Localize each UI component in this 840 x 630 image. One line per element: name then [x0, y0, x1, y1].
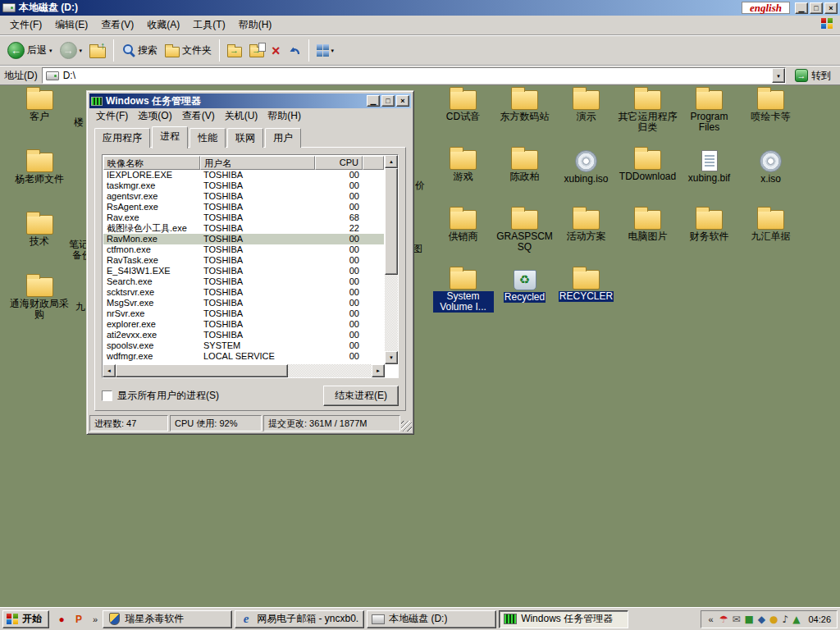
desktop-item[interactable]: Recycled — [494, 270, 555, 330]
desktop-item[interactable]: GRASPSCMSQ — [494, 210, 555, 270]
desktop-item[interactable]: 供销商 — [432, 210, 494, 270]
desktop-item[interactable]: 活动方案 — [555, 210, 617, 270]
taskmgr-tab[interactable]: 性能 — [189, 128, 226, 148]
resize-grip[interactable] — [401, 421, 412, 431]
scroll-right-button[interactable] — [372, 364, 385, 377]
taskmgr-menu-item[interactable]: 关机(U) — [220, 107, 263, 125]
column-header-user-name[interactable]: 用户名 — [200, 156, 315, 170]
desktop-item[interactable]: xubing.bif — [678, 150, 740, 210]
taskmgr-menu-item[interactable]: 帮助(H) — [262, 107, 306, 125]
taskmgr-tab[interactable]: 应用程序 — [94, 128, 150, 148]
show-all-processes-checkbox[interactable]: 显示所有用户的进程(S) — [102, 389, 219, 403]
desktop-item[interactable]: 喷绘卡等 — [740, 90, 801, 150]
desktop-item[interactable]: 东方数码站 — [494, 90, 555, 150]
desktop-item[interactable]: 游戏 — [432, 150, 494, 210]
process-row[interactable]: Search.exe TOSHIBA 00 — [103, 276, 384, 287]
tray-icon[interactable]: ☂ — [719, 613, 728, 626]
checkbox-box[interactable] — [102, 390, 112, 401]
process-row[interactable]: nrSvr.exe TOSHIBA 00 — [103, 308, 384, 319]
process-row[interactable]: spoolsv.exe SYSTEM 00 — [103, 340, 384, 351]
move-to-button[interactable] — [224, 38, 245, 63]
taskmgr-close-button[interactable]: × — [396, 95, 409, 107]
go-button[interactable]: 转到 — [790, 69, 836, 83]
back-button[interactable]: 后退 — [4, 38, 56, 63]
process-row[interactable]: RavMon.exe TOSHIBA 00 — [103, 234, 384, 244]
desktop-item[interactable]: xubing.iso — [555, 150, 617, 210]
process-row[interactable]: ati2evxx.exe TOSHIBA 00 — [103, 330, 384, 340]
process-row[interactable]: wdfmgr.exe LOCAL SERVICE 00 — [103, 351, 384, 362]
address-input[interactable]: D:\ — [42, 67, 786, 84]
taskmgr-menu-item[interactable]: 文件(F) — [91, 107, 133, 125]
menu-item[interactable]: 帮助(H) — [232, 16, 279, 34]
taskbar-task-button[interactable]: Windows 任务管理器 — [499, 610, 628, 628]
taskbar-task-button[interactable]: 网易电子邮箱 - yncxb0... — [235, 610, 364, 628]
process-row[interactable]: scktsrvr.exe TOSHIBA 00 — [103, 287, 384, 298]
quick-launch-icon[interactable]: P — [72, 613, 85, 626]
delete-button[interactable] — [268, 38, 284, 63]
copy-to-button[interactable] — [246, 38, 267, 63]
desktop-item[interactable]: Program Files — [678, 90, 740, 150]
process-row[interactable]: agentsvr.exe TOSHIBA 00 — [103, 191, 384, 202]
scroll-up-button[interactable] — [385, 155, 398, 168]
desktop-item[interactable]: 九汇单据 — [740, 210, 801, 270]
taskmgr-tab[interactable]: 用户 — [265, 128, 301, 148]
tray-icon[interactable]: ◆ — [758, 613, 765, 626]
desktop-item[interactable]: 其它运用程序归类 — [617, 90, 678, 150]
desktop-item[interactable]: 陈政柏 — [494, 150, 555, 210]
scroll-left-button[interactable] — [103, 364, 116, 377]
process-row[interactable]: RsAgent.exe TOSHIBA 00 — [103, 202, 384, 212]
tray-icon[interactable]: ■ — [745, 613, 754, 626]
process-row[interactable]: taskmgr.exe TOSHIBA 00 — [103, 180, 384, 191]
tray-icon[interactable]: ✉ — [732, 613, 740, 626]
forward-history-dropdown[interactable] — [80, 48, 83, 54]
desktop-item[interactable]: 技术 — [5, 215, 74, 277]
desktop-item[interactable]: 客户 — [5, 90, 74, 153]
process-row[interactable]: 截图绿色小工具.exe TOSHIBA 22 — [103, 223, 384, 234]
column-header-image-name[interactable]: 映像名称 — [103, 156, 200, 170]
maximize-button[interactable]: □ — [810, 2, 823, 14]
desktop-item[interactable]: System Volume I... — [432, 270, 494, 330]
forward-button[interactable] — [57, 38, 86, 63]
taskmgr-menu-item[interactable]: 选项(O) — [133, 107, 176, 125]
taskmgr-menu-item[interactable]: 查看(V) — [177, 107, 220, 125]
taskmgr-tab[interactable]: 联网 — [227, 128, 263, 148]
taskbar-task-button[interactable]: 本地磁盘 (D:) — [367, 610, 496, 628]
desktop-item[interactable]: CD试音 — [432, 90, 494, 150]
tray-icon[interactable]: ● — [769, 613, 778, 626]
close-button[interactable]: × — [824, 2, 838, 14]
process-row[interactable]: Rav.exe TOSHIBA 68 — [103, 212, 384, 223]
views-dropdown[interactable] — [331, 48, 335, 54]
menu-item[interactable]: 工具(T) — [186, 16, 231, 34]
desktop-item[interactable]: 通海财政局采购 — [5, 277, 74, 340]
column-header-cpu[interactable]: CPU — [315, 156, 363, 170]
process-row[interactable]: explorer.exe TOSHIBA 00 — [103, 319, 384, 330]
menu-item[interactable]: 收藏(A) — [140, 16, 186, 34]
up-button[interactable] — [86, 38, 109, 63]
tray-icon[interactable]: ▲ — [792, 613, 800, 626]
taskmgr-minimize-button[interactable]: ▁ — [367, 95, 380, 107]
folders-button[interactable]: 文件夹 — [162, 38, 215, 63]
taskmgr-maximize-button[interactable]: □ — [381, 95, 395, 107]
horizontal-scrollbar[interactable] — [103, 364, 385, 377]
scrollbar-thumb[interactable] — [385, 168, 398, 275]
address-dropdown-button[interactable] — [772, 68, 785, 83]
tray-collapse-chevron[interactable]: « — [707, 614, 715, 624]
tray-icon[interactable]: ♪ — [783, 613, 789, 626]
taskbar-task-button[interactable]: 瑞星杀毒软件 — [103, 610, 232, 628]
views-button[interactable] — [313, 38, 338, 63]
scroll-down-button[interactable] — [385, 351, 398, 364]
taskmgr-tab[interactable]: 进程 — [152, 126, 188, 148]
process-row[interactable]: RavTask.exe TOSHIBA 00 — [103, 255, 384, 266]
desktop-item[interactable]: RECYCLER — [555, 270, 617, 330]
desktop-item[interactable]: 电脑图片 — [617, 210, 678, 270]
process-row[interactable]: MsgSvr.exe TOSHIBA 00 — [103, 298, 384, 308]
process-row[interactable]: ctfmon.exe TOSHIBA 00 — [103, 244, 384, 255]
quick-launch-icon[interactable]: ● — [55, 613, 68, 626]
undo-button[interactable] — [285, 38, 304, 63]
start-button[interactable]: 开始 — [2, 610, 49, 628]
menu-item[interactable]: 编辑(E) — [48, 16, 94, 34]
menu-item[interactable]: 文件(F) — [3, 16, 48, 34]
english-language-badge[interactable]: english — [742, 2, 790, 14]
vertical-scrollbar[interactable] — [385, 155, 398, 364]
search-button[interactable]: 搜索 — [118, 38, 161, 63]
